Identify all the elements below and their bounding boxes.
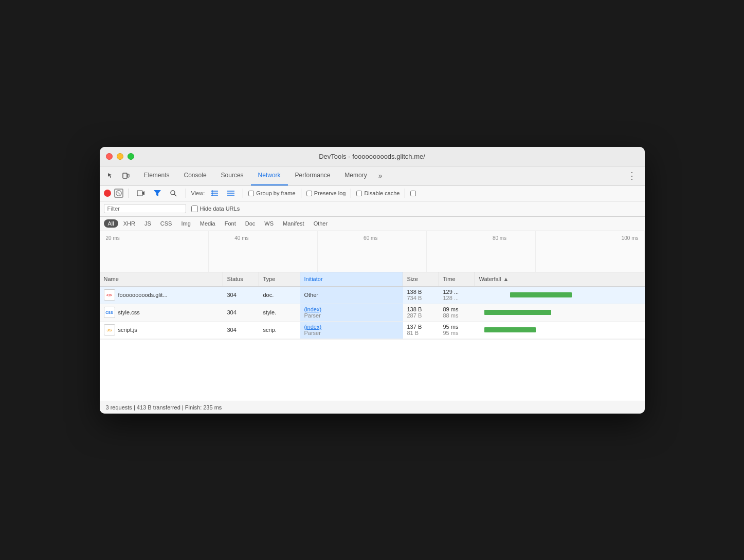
- th-size[interactable]: Size: [403, 272, 439, 286]
- td-type-2: style.: [259, 304, 300, 321]
- td-type-3: scrip.: [259, 322, 300, 339]
- waterfall-bar-2: [484, 310, 551, 315]
- res-type-css[interactable]: CSS: [156, 219, 176, 228]
- svg-rect-0: [123, 173, 127, 178]
- waterfall-view-icon[interactable]: [208, 186, 221, 200]
- tick-40ms: 40 ms: [234, 235, 248, 241]
- toolbar-separator-5: [351, 189, 351, 198]
- res-type-other[interactable]: Other: [310, 219, 332, 228]
- timeline-area: 20 ms 40 ms 60 ms 80 ms 100 ms: [100, 231, 645, 272]
- svg-line-3: [117, 192, 120, 194]
- minimize-button[interactable]: [117, 153, 123, 160]
- td-type-1: doc.: [259, 287, 300, 304]
- preserve-log-label[interactable]: Preserve log: [306, 190, 346, 196]
- waterfall-cell-2: [475, 304, 645, 321]
- svg-marker-5: [142, 191, 144, 195]
- table-header: Name Status Type Initiator Size Time Wat…: [100, 272, 645, 287]
- waterfall-bar-1: [510, 292, 572, 297]
- toolbar-separator-2: [186, 189, 186, 198]
- extra-checkbox[interactable]: [410, 191, 416, 196]
- td-size-2: 138 B 287 B: [403, 304, 439, 321]
- close-button[interactable]: [106, 153, 113, 160]
- res-type-font[interactable]: Font: [221, 219, 240, 228]
- tick-80ms: 80 ms: [493, 235, 506, 241]
- res-type-doc[interactable]: Doc: [241, 219, 260, 228]
- res-type-xhr[interactable]: XHR: [119, 219, 139, 228]
- devtools-icons: [104, 169, 133, 182]
- extra-checkbox-input[interactable]: [410, 191, 416, 196]
- tab-elements[interactable]: Elements: [137, 166, 177, 185]
- svg-point-7: [171, 191, 175, 195]
- th-name[interactable]: Name: [100, 272, 223, 286]
- disable-cache-label[interactable]: Disable cache: [356, 190, 400, 196]
- search-icon[interactable]: [167, 186, 180, 200]
- sort-arrow-icon: ▲: [503, 276, 509, 282]
- td-status-1: 304: [223, 287, 259, 304]
- waterfall-bar-3: [484, 327, 536, 332]
- toolbar-separator-4: [301, 189, 301, 198]
- td-time-1: 129 ... 128 ...: [439, 287, 475, 304]
- filter-input[interactable]: [104, 204, 186, 213]
- res-type-ws[interactable]: WS: [260, 219, 278, 228]
- window-title: DevTools - fooooooooods.glitch.me/: [319, 153, 425, 160]
- td-status-2: 304: [223, 304, 259, 321]
- devtools-menu-icon[interactable]: ⋮: [623, 170, 641, 181]
- waterfall-cell-3: [475, 322, 645, 339]
- tab-performance[interactable]: Performance: [288, 166, 338, 185]
- tab-more[interactable]: »: [374, 172, 387, 180]
- filter-bar: Hide data URLs: [100, 201, 645, 217]
- clear-button[interactable]: [114, 189, 123, 198]
- filter-icon[interactable]: [151, 186, 164, 200]
- td-size-1: 138 B 734 B: [403, 287, 439, 304]
- group-by-frame-checkbox[interactable]: [248, 191, 254, 196]
- th-time[interactable]: Time: [439, 272, 475, 286]
- th-initiator[interactable]: Initiator: [300, 272, 403, 286]
- inspect-icon[interactable]: [104, 169, 117, 182]
- hide-data-urls-checkbox[interactable]: [191, 206, 198, 212]
- preserve-log-checkbox[interactable]: [306, 191, 312, 196]
- td-size-3: 137 B 81 B: [403, 322, 439, 339]
- screenshot-icon[interactable]: [134, 186, 148, 200]
- td-name-3: JS script.js: [100, 322, 223, 339]
- th-waterfall[interactable]: Waterfall ▲: [475, 272, 645, 286]
- res-type-js[interactable]: JS: [140, 219, 155, 228]
- tick-60ms: 60 ms: [364, 235, 377, 241]
- maximize-button[interactable]: [128, 153, 134, 160]
- tab-network[interactable]: Network: [251, 166, 288, 185]
- tab-memory[interactable]: Memory: [337, 166, 374, 185]
- file-icon-js: JS: [104, 324, 115, 335]
- td-name-1: </> fooooooooods.glit...: [100, 287, 223, 304]
- record-button[interactable]: [104, 190, 111, 197]
- svg-marker-6: [154, 190, 161, 196]
- table-row[interactable]: </> fooooooooods.glit... 304 doc. Other …: [100, 287, 645, 304]
- td-initiator-2: (index) Parser: [300, 304, 403, 321]
- toolbar-separator-6: [405, 189, 405, 198]
- disable-cache-checkbox[interactable]: [356, 191, 362, 196]
- status-bar: 3 requests | 413 B transferred | Finish:…: [100, 401, 645, 414]
- tick-20ms: 20 ms: [106, 235, 120, 241]
- res-type-all[interactable]: All: [104, 219, 118, 228]
- device-toolbar-icon[interactable]: [119, 169, 133, 182]
- svg-rect-1: [128, 174, 129, 177]
- tab-console[interactable]: Console: [177, 166, 214, 185]
- td-name-2: CSS style.css: [100, 304, 223, 321]
- th-status[interactable]: Status: [223, 272, 259, 286]
- tabs-list: Elements Console Sources Network Perform…: [137, 166, 623, 185]
- table-row[interactable]: JS script.js 304 scrip. (index) Parser 1…: [100, 322, 645, 339]
- td-time-3: 95 ms 95 ms: [439, 322, 475, 339]
- hide-data-urls-label[interactable]: Hide data URLs: [191, 206, 240, 212]
- file-icon-css: CSS: [104, 307, 115, 318]
- group-by-frame-label[interactable]: Group by frame: [248, 190, 295, 196]
- tab-bar: Elements Console Sources Network Perform…: [100, 166, 645, 186]
- devtools-window: DevTools - fooooooooods.glitch.me/ Eleme…: [100, 147, 645, 414]
- view-label: View:: [191, 190, 205, 196]
- toolbar-separator-3: [243, 189, 243, 198]
- th-type[interactable]: Type: [259, 272, 300, 286]
- tab-sources[interactable]: Sources: [214, 166, 251, 185]
- table-row[interactable]: CSS style.css 304 style. (index) Parser …: [100, 304, 645, 322]
- res-type-img[interactable]: Img: [177, 219, 194, 228]
- screenshot-capture-icon[interactable]: [224, 186, 238, 200]
- res-type-manifest[interactable]: Manifest: [279, 219, 309, 228]
- res-type-media[interactable]: Media: [196, 219, 220, 228]
- td-initiator-3: (index) Parser: [300, 322, 403, 339]
